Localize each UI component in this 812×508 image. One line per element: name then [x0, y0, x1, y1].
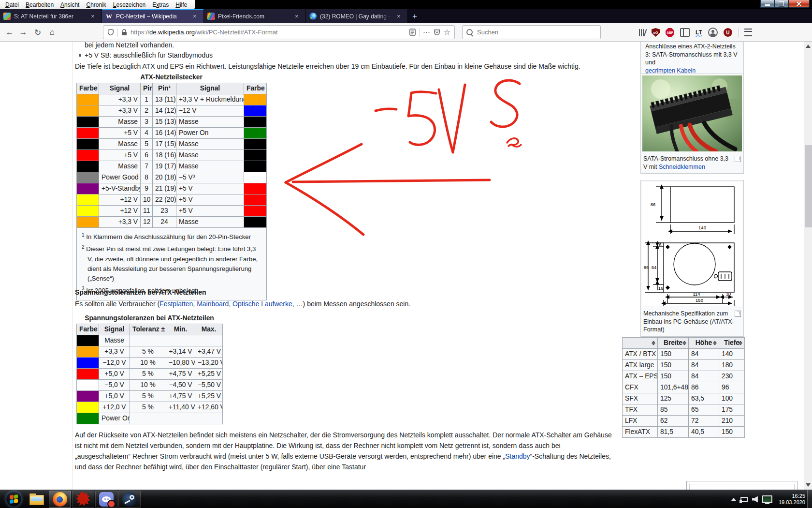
tolerance-cell [130, 335, 166, 346]
sortable-column-header[interactable] [623, 338, 658, 349]
wire-color-right [244, 161, 267, 172]
wiki-link[interactable]: Festplatten [160, 300, 193, 308]
ublock-badge-icon[interactable]: U [724, 28, 732, 37]
shield-icon[interactable] [107, 29, 114, 36]
dimension-cell: LFX [623, 416, 658, 427]
ublock-origin-icon[interactable]: uO [652, 28, 660, 37]
column-header: Farbe [77, 83, 99, 94]
sortable-column-header[interactable]: Höhe [689, 338, 719, 349]
tab-close-icon[interactable]: × [192, 13, 198, 20]
menu-item-chronik[interactable]: Chronik [83, 1, 109, 9]
volume-icon[interactable] [752, 496, 758, 503]
maximize-button[interactable] [774, 0, 788, 8]
menu-item-lesezeichen[interactable]: Lesezeichen [110, 1, 149, 9]
tab[interactable]: Pixel-Friends.com× [204, 9, 306, 23]
languagetool-icon[interactable]: LT [696, 29, 702, 36]
enlarge-icon[interactable] [735, 156, 741, 162]
reader-view-icon[interactable] [409, 29, 416, 36]
home-button[interactable]: ⌂ [45, 26, 59, 39]
wiki-link[interactable]: Mainboard [197, 300, 229, 308]
show-desktop-button[interactable] [807, 490, 812, 508]
menu-item-datei[interactable]: Datei [2, 1, 22, 9]
dimension-cell: 84 [689, 349, 719, 360]
pin-cell: 2 [141, 105, 153, 117]
dimension-row: ATX – EPS15084230 [623, 371, 745, 382]
library-icon[interactable] [639, 29, 646, 36]
tab-active[interactable]: WPC-Netzteil – Wikipedia× [102, 9, 204, 23]
wiki-link[interactable]: Standby [505, 452, 530, 460]
pin-cell: Masse [176, 117, 244, 128]
sata-photo[interactable] [642, 75, 742, 151]
url-bar[interactable]: https://de.wikipedia.org/wiki/PC-Netztei… [103, 25, 455, 39]
caption-link[interactable]: gecrimpten Kabeln [645, 67, 696, 74]
tab[interactable]: (32) ROMEO | Gay dating - chat× [306, 9, 408, 23]
steam-taskbar-button[interactable] [118, 491, 141, 508]
firefox-taskbar-button[interactable] [49, 491, 71, 508]
reload-button[interactable]: ↻ [31, 26, 44, 39]
sata-caption-link[interactable]: Schneidklemmen [659, 164, 705, 170]
menu-item-extras[interactable]: Extras [149, 1, 172, 9]
tab-close-icon[interactable]: × [396, 13, 402, 20]
back-button[interactable]: ← [3, 26, 16, 39]
addon-toolbar: uO ABP LT U [639, 26, 752, 39]
navigation-toolbar: ← → ↻ ⌂ https://de.wikipedia.org/wiki/PC… [0, 23, 812, 42]
tray-expand-icon[interactable] [731, 498, 736, 501]
new-tab-button[interactable]: + [408, 9, 421, 23]
wire-color-left [77, 161, 99, 172]
tab-title: PC-Netzteil – Wikipedia [116, 13, 188, 20]
sortable-column-header[interactable]: Breite [658, 338, 689, 349]
lock-icon[interactable] [121, 29, 127, 36]
forward-button[interactable]: → [16, 26, 30, 39]
tolerance-cell: −10,80 V [166, 358, 195, 369]
pin-cell: Masse [99, 139, 141, 150]
dimension-cell: 62 [658, 416, 689, 427]
wire-color-right [244, 217, 267, 228]
page-actions-icon[interactable]: ⋯ [423, 28, 430, 37]
tolerance-cell: +12,60 V [195, 402, 223, 413]
account-icon[interactable] [708, 28, 718, 37]
taskbar-clock[interactable]: 16:25 19.03.2020 [777, 493, 805, 506]
discord-taskbar-button[interactable] [95, 491, 117, 508]
pin-cell: −12 V [176, 105, 244, 117]
windows-start-taskbar-button[interactable] [2, 491, 25, 508]
wire-color-left [77, 194, 99, 206]
sidebars-icon[interactable] [680, 28, 690, 37]
explorer-taskbar-button[interactable] [26, 491, 48, 508]
tolerance-cell: +5,25 V [195, 369, 223, 380]
menu-item-hilfe[interactable]: Hilfe [172, 1, 190, 9]
pocket-icon[interactable] [434, 29, 440, 36]
menu-item-bearbeiten[interactable]: Bearbeiten [22, 1, 57, 9]
scrollbar-thumb[interactable] [805, 145, 812, 227]
minimize-button[interactable] [760, 0, 774, 8]
dim-front-height: 86 [644, 265, 649, 270]
tolerance-cell: −5,50 V [195, 380, 223, 391]
scroll-up-icon[interactable] [806, 45, 811, 48]
mechanical-diagram[interactable]: 86 140 86 64 6 16 114 30 150 [642, 182, 742, 306]
menu-hamburger-icon[interactable] [744, 29, 752, 36]
network-icon[interactable] [740, 497, 748, 502]
dimension-cell: 175 [719, 404, 745, 416]
dimension-row: ATX / BTX15084140 [623, 349, 745, 360]
tab-title: Pixel-Friends.com [218, 13, 290, 20]
close-button[interactable] [788, 0, 810, 8]
wiki-link[interactable]: Optische Laufwerke [232, 300, 292, 308]
menu-item-ansicht[interactable]: Ansicht [57, 1, 83, 9]
red-cat-game-taskbar-button[interactable] [72, 491, 94, 508]
tolerance-row: +5,0 V5 %+4,75 V+5,25 V [77, 369, 223, 380]
adblock-plus-icon[interactable]: ABP [666, 28, 674, 37]
wire-color [77, 391, 99, 402]
tab-close-icon[interactable]: × [90, 13, 96, 20]
scroll-down-icon[interactable] [806, 483, 811, 487]
search-input[interactable] [476, 28, 596, 36]
search-box[interactable] [462, 25, 601, 39]
enlarge-icon[interactable] [735, 311, 741, 317]
dimension-row: FlexATX81,540,5150 [623, 427, 745, 438]
tab-close-icon[interactable]: × [294, 13, 300, 20]
vertical-scrollbar[interactable] [804, 42, 812, 490]
display-icon[interactable] [762, 495, 772, 503]
sortable-column-header[interactable]: Tiefe [719, 338, 745, 349]
dimension-cell: SFX [623, 393, 658, 404]
bookmark-star-icon[interactable]: ☆ [444, 28, 450, 37]
tab[interactable]: S: AT Netzteil für 386er× [0, 9, 102, 23]
pin-cell: 3 [141, 117, 153, 128]
